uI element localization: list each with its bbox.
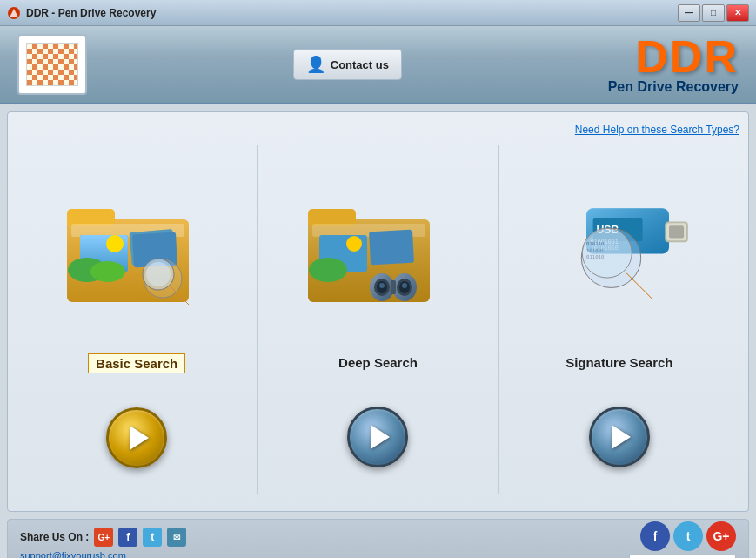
window-controls: — □ ✕ [678,4,749,22]
contact-icon: 👤 [306,55,325,74]
main-content: Need Help on these Search Types? [7,111,749,512]
close-button[interactable]: ✕ [726,4,749,22]
contact-button[interactable]: 👤 Contact us [293,49,402,80]
signature-search-svg: USB 01001001 10101010 010110 [537,171,702,319]
deep-search-play-button[interactable] [347,407,408,467]
svg-point-10 [90,261,125,282]
signature-search-play-button[interactable] [589,407,650,467]
logo-pattern [26,43,78,86]
basic-search-svg [54,176,219,315]
svg-rect-30 [391,280,396,294]
google-plus-share-icon[interactable]: G+ [94,528,113,547]
minimize-button[interactable]: — [678,4,700,22]
share-label: Share Us On : [20,531,89,543]
svg-text:011010: 011010 [586,254,605,259]
title-bar-left: DDR - Pen Drive Recovery [7,6,156,20]
search-grid: Basic Search [17,145,739,494]
social-round-row: f t G+ [640,521,736,551]
basic-search-column: Basic Search [17,145,258,494]
share-row: Share Us On : G+ f t ✉ [20,528,186,547]
basic-search-icon [54,171,219,319]
window-title: DDR - Pen Drive Recovery [26,7,156,19]
basic-search-label: Basic Search [88,353,185,373]
deep-search-icon [295,171,460,319]
svg-rect-43 [669,225,684,238]
brand-subtitle: Pen Drive Recovery [608,79,739,95]
svg-rect-25 [370,230,415,266]
svg-point-36 [402,283,407,288]
facebook-round-icon[interactable]: f [640,521,670,551]
svg-point-8 [106,235,124,252]
play-triangle-basic [130,426,149,450]
help-link-container: Need Help on these Search Types? [17,121,739,137]
footer-email[interactable]: support@fixyourusb.com [20,550,186,558]
svg-point-35 [379,283,385,288]
deep-search-column: Deep Search [258,145,498,494]
svg-text:010110: 010110 [586,241,605,246]
svg-text:101001: 101001 [586,247,605,252]
google-round-icon[interactable]: G+ [706,521,736,551]
svg-point-24 [309,258,347,282]
twitter-share-icon[interactable]: t [143,528,162,547]
play-triangle-deep [371,425,390,449]
maximize-button[interactable]: □ [702,4,725,22]
deep-search-label: Deep Search [331,353,425,372]
svg-line-49 [626,272,652,299]
twitter-round-icon[interactable]: t [673,521,703,551]
footer-right: f t G+ WE ARE GOOD OR BAD? LET OTHERS KN… [629,521,736,558]
email-share-icon[interactable]: ✉ [167,528,186,547]
header: 👤 Contact us DDR Pen Drive Recovery [0,26,756,104]
footer-left: Share Us On : G+ f t ✉ support@fixyourus… [20,528,186,558]
deep-search-svg [295,176,460,315]
facebook-share-icon[interactable]: f [118,528,137,547]
basic-search-play-button[interactable] [106,407,167,468]
svg-point-23 [346,236,362,252]
play-triangle-sig [612,425,631,449]
signature-search-column: USB 01001001 10101010 010110 [499,145,739,494]
svg-point-15 [146,262,171,286]
footer: Share Us On : G+ f t ✉ support@fixyourus… [7,519,749,558]
title-bar: DDR - Pen Drive Recovery — □ ✕ [0,0,756,26]
signature-search-label: Signature Search [559,353,679,372]
app-icon [7,6,21,20]
signature-search-icon: USB 01001001 10101010 010110 [537,171,702,319]
brand-ddr: DDR [608,34,739,79]
contact-label: Contact us [331,58,389,71]
header-brand: DDR Pen Drive Recovery [608,34,739,95]
help-link[interactable]: Need Help on these Search Types? [575,124,739,136]
good-bad-box[interactable]: WE ARE GOOD OR BAD? LET OTHERS KNOW... [629,555,736,558]
header-contact: 👤 Contact us [293,49,402,80]
header-logo [17,34,87,95]
